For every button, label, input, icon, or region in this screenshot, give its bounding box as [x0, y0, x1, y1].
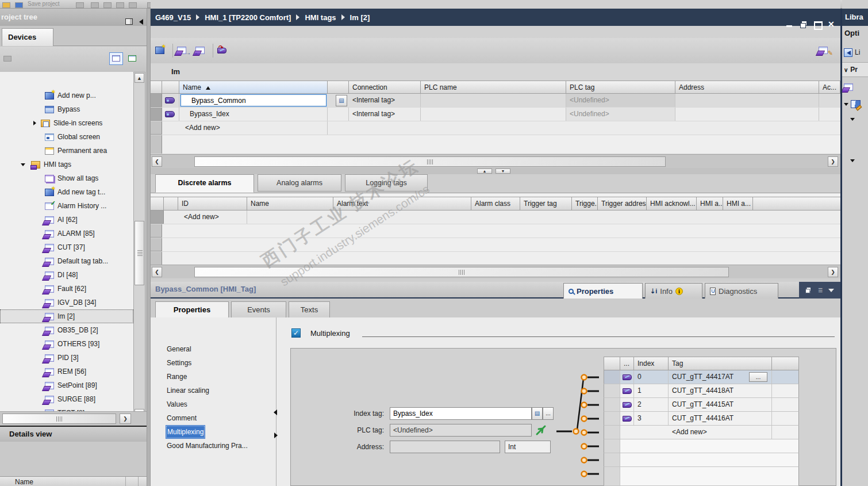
- tree-item-rem[interactable]: REM [56]: [0, 365, 133, 378]
- column-header-alarm-class[interactable]: Alarm class: [471, 197, 520, 210]
- maximize-icon[interactable]: [814, 21, 821, 28]
- cell-plc-tag[interactable]: <Undefined>: [566, 94, 675, 107]
- tree-filter-icon[interactable]: [3, 56, 11, 62]
- cell-index[interactable]: 2: [634, 398, 669, 411]
- column-header-alarm-text[interactable]: Alarm text: [333, 197, 471, 210]
- tree-item-default-tag-table[interactable]: Default tag tab...: [0, 254, 133, 268]
- tree-item-alarm[interactable]: ALARM [85]: [0, 227, 133, 240]
- tree-item-add-new-page[interactable]: Add new p...: [0, 89, 133, 102]
- breadcrumb-project[interactable]: G469_V15: [155, 13, 191, 22]
- column-header-plc-name[interactable]: PLC name: [421, 81, 566, 93]
- import-icon[interactable]: ←: [195, 45, 208, 56]
- pane-splitter[interactable]: ▲ ▼: [151, 168, 840, 174]
- delete-icon[interactable]: [129, 2, 137, 8]
- splitter-down-icon[interactable]: ▼: [496, 169, 510, 174]
- cell-name[interactable]: Bypass_Idex: [179, 108, 328, 121]
- scroll-right-icon[interactable]: ❯: [120, 414, 131, 424]
- tree-item-hmi-tags[interactable]: HMI tags: [0, 158, 133, 171]
- cell-plc-name[interactable]: [421, 94, 566, 107]
- tab-diagnostics[interactable]: Diagnostics: [705, 283, 778, 299]
- expand-icon[interactable]: [844, 103, 848, 106]
- address-type-field[interactable]: Int: [505, 441, 551, 453]
- tree-item-ob35-db[interactable]: OB35_DB [2]: [0, 323, 133, 337]
- cell-tag[interactable]: CUT_gTT_44415AT: [669, 398, 772, 411]
- nav-linear-scaling[interactable]: Linear scaling: [151, 384, 275, 397]
- column-header-hmi-ack-address[interactable]: HMI a...: [723, 197, 753, 210]
- index-row-1[interactable]: 1 CUT_gTT_44418AT: [604, 384, 799, 398]
- cell-address[interactable]: [675, 108, 819, 121]
- minimize-icon[interactable]: [786, 21, 793, 28]
- scrollbar-thumb[interactable]: [135, 221, 144, 285]
- tree-item-cut[interactable]: CUT [37]: [0, 240, 133, 254]
- collapse-panel-icon[interactable]: [139, 19, 143, 25]
- menu-icon[interactable]: ☰: [818, 288, 823, 293]
- cut-icon[interactable]: [91, 2, 99, 8]
- tree-item-add-new-tag-table[interactable]: Add new tag t...: [0, 185, 133, 199]
- float-panel-icon[interactable]: [806, 288, 812, 293]
- column-header-name[interactable]: Name: [179, 81, 328, 93]
- expand-icon[interactable]: [850, 159, 855, 162]
- tree-item-im-selected[interactable]: Im [2]: [0, 309, 133, 323]
- tree-item-setpoint[interactable]: SetPoint [89]: [0, 378, 133, 392]
- scrollbar-thumb[interactable]: [2, 414, 116, 424]
- scroll-right-icon[interactable]: ❯: [828, 267, 838, 277]
- tag-table-horizontal-scrollbar[interactable]: ❮ ❯: [151, 154, 840, 168]
- scroll-right-icon[interactable]: ❯: [828, 156, 838, 167]
- project-library-header[interactable]: ∨Pr: [842, 62, 868, 77]
- tree-item-global-screen[interactable]: Global screen: [0, 130, 133, 144]
- column-header-name[interactable]: Name: [247, 197, 333, 210]
- save-icon[interactable]: [15, 2, 23, 8]
- scroll-left-icon[interactable]: ❮: [152, 267, 162, 277]
- export-icon[interactable]: →: [177, 45, 190, 56]
- edit-layout-icon[interactable]: ✎: [819, 45, 831, 56]
- tree-item-bypass[interactable]: Bypass: [0, 102, 133, 116]
- index-row-2[interactable]: 2 CUT_gTT_44415AT: [604, 398, 799, 412]
- column-header-dots[interactable]: ...: [620, 357, 634, 370]
- row-handle[interactable]: [151, 108, 162, 121]
- panel-layout-icon[interactable]: [125, 18, 133, 25]
- tree-item-others[interactable]: OTHERS [93]: [0, 337, 133, 351]
- row-browse-button[interactable]: ...: [749, 372, 767, 382]
- tree-item-di[interactable]: DI [48]: [0, 268, 133, 282]
- nav-range[interactable]: Range: [151, 370, 275, 384]
- tree-item-slide-in-screens[interactable]: Slide-in screens: [0, 116, 133, 130]
- splitter-up-icon[interactable]: ▲: [477, 169, 492, 174]
- column-header-hmi-ack-bit[interactable]: HMI a...: [697, 197, 723, 210]
- restore-icon[interactable]: [800, 21, 807, 28]
- tab-discrete-alarms[interactable]: Discrete alarms: [155, 174, 254, 193]
- nav-values[interactable]: Values: [151, 397, 275, 411]
- collapse-pane-icon[interactable]: [828, 289, 834, 292]
- print-icon[interactable]: [76, 2, 84, 8]
- scrollbar-thumb[interactable]: [194, 267, 729, 277]
- panel-splitter[interactable]: [147, 9, 151, 486]
- cell-plc-name[interactable]: [421, 108, 566, 121]
- expand-icon[interactable]: [850, 118, 855, 121]
- copy-icon[interactable]: [103, 2, 112, 8]
- nav-multiplexing[interactable]: Multiplexing: [151, 425, 275, 439]
- multiplexing-checkbox[interactable]: ✓: [291, 328, 301, 338]
- tree-item-igv-db[interactable]: IGV_DB [34]: [0, 296, 133, 309]
- cell-address[interactable]: [675, 94, 819, 107]
- row-handle[interactable]: [151, 94, 162, 107]
- column-header-address[interactable]: Address: [675, 81, 819, 93]
- add-new-row[interactable]: <Add new>: [151, 121, 840, 135]
- column-header-plc-tag[interactable]: PLC tag: [566, 81, 675, 93]
- tree-item-surge[interactable]: SURGE [88]: [0, 392, 133, 406]
- cell-connection[interactable]: <Internal tag>: [349, 94, 421, 107]
- tree-item-alarm-history[interactable]: Alarm History ...: [0, 199, 133, 213]
- column-header-id[interactable]: ID: [178, 197, 247, 210]
- column-header-access[interactable]: Ac...: [819, 81, 840, 93]
- tab-info[interactable]: ⇣i Info i: [645, 283, 702, 299]
- table-row[interactable]: Bypass_Idex <Internal tag> <Undefined>: [151, 108, 840, 121]
- cell-index[interactable]: 1: [634, 384, 669, 397]
- close-icon[interactable]: ✕: [828, 21, 835, 28]
- tree-item-pid[interactable]: PID [3]: [0, 351, 133, 365]
- column-header-index[interactable]: Index: [634, 357, 669, 370]
- details-name-column-header[interactable]: Name: [0, 476, 147, 486]
- save-project-label[interactable]: Save project: [28, 1, 60, 7]
- table-view-button[interactable]: [109, 52, 123, 65]
- library-view-item[interactable]: Li: [842, 45, 868, 60]
- goto-plc-tag-icon[interactable]: [535, 424, 547, 437]
- tab-logging-tags[interactable]: Logging tags: [345, 174, 428, 192]
- column-header-trigger-address[interactable]: Trigger address: [598, 197, 647, 210]
